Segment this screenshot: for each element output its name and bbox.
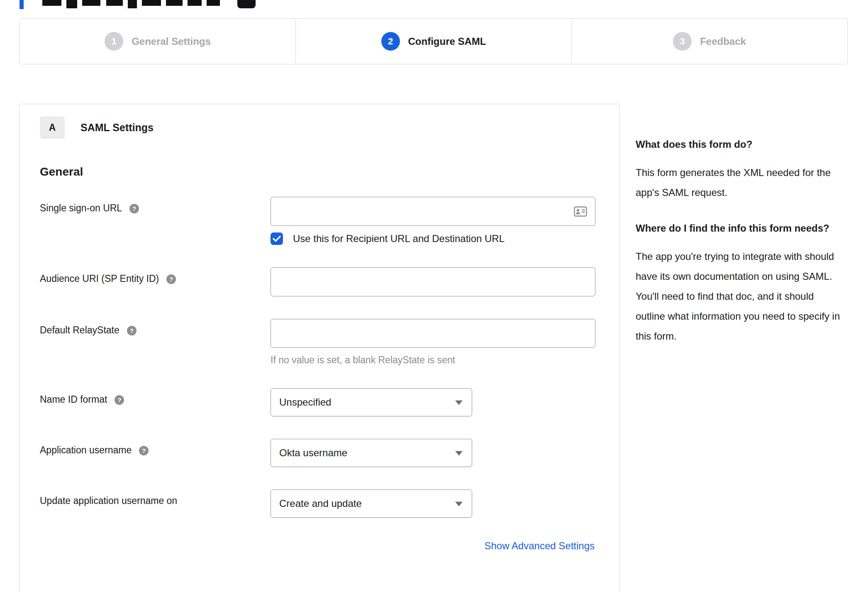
wizard-stepper: 1 General Settings 2 Configure SAML 3 Fe…: [20, 18, 848, 64]
saml-form: Single sign-on URL ?: [40, 197, 600, 552]
name-id-format-label-wrap: Name ID format ?: [40, 388, 271, 405]
update-app-username-row: Update application username on Create an…: [40, 489, 600, 518]
recipient-url-checkbox-row: Use this for Recipient URL and Destinati…: [271, 232, 595, 245]
recipient-url-checkbox-label: Use this for Recipient URL and Destinati…: [293, 233, 505, 245]
step-label: Configure SAML: [408, 36, 486, 47]
audience-uri-input[interactable]: [271, 267, 595, 296]
help-icon[interactable]: ?: [127, 326, 137, 335]
help-icon[interactable]: ?: [115, 395, 124, 405]
step-general-settings[interactable]: 1 General Settings: [20, 19, 295, 64]
name-id-format-select[interactable]: Unspecified: [271, 388, 472, 416]
help-icon[interactable]: ?: [166, 274, 176, 284]
section-title: SAML Settings: [80, 122, 154, 134]
cutoff-page-title: [0, 0, 868, 10]
update-app-username-value: Create and update: [279, 498, 362, 509]
advanced-settings-row: Show Advanced Settings: [40, 540, 600, 552]
sso-url-label: Single sign-on URL: [40, 203, 122, 214]
cutoff-blue-mark: [20, 0, 24, 9]
caret-down-icon: [455, 451, 463, 456]
update-app-username-select[interactable]: Create and update: [271, 489, 472, 518]
show-advanced-settings-link[interactable]: Show Advanced Settings: [484, 540, 595, 552]
help-sidebar: What does this form do? This form genera…: [636, 136, 841, 364]
sidebar-body-where: The app you're trying to integrate with …: [636, 247, 841, 346]
caret-down-icon: [455, 401, 463, 405]
configure-saml-page: 1 General Settings 2 Configure SAML 3 Fe…: [0, 0, 868, 592]
default-relaystate-input[interactable]: [271, 319, 595, 348]
cutoff-icon: [237, 0, 256, 8]
sidebar-heading-where: Where do I find the info this form needs…: [636, 220, 841, 237]
sso-url-row: Single sign-on URL ?: [40, 197, 600, 245]
update-app-username-label: Update application username on: [40, 495, 177, 506]
application-username-label: Application username: [40, 445, 132, 456]
audience-uri-row: Audience URI (SP Entity ID) ?: [40, 267, 600, 296]
application-username-select[interactable]: Okta username: [271, 439, 472, 467]
step-number-badge: 3: [673, 32, 692, 51]
step-number-badge: 1: [105, 32, 123, 51]
sso-url-label-wrap: Single sign-on URL ?: [40, 197, 271, 214]
relaystate-hint: If no value is set, a blank RelayState i…: [271, 355, 595, 366]
section-a-badge: A: [40, 116, 65, 139]
caret-down-icon: [455, 502, 463, 506]
name-id-format-value: Unspecified: [279, 396, 331, 408]
audience-uri-label-wrap: Audience URI (SP Entity ID) ?: [40, 267, 271, 284]
help-icon[interactable]: ?: [139, 446, 149, 455]
saml-settings-panel: A SAML Settings General Single sign-on U…: [20, 104, 620, 592]
name-id-format-row: Name ID format ? Unspecified: [40, 388, 600, 416]
step-feedback[interactable]: 3 Feedback: [571, 19, 847, 64]
help-icon[interactable]: ?: [129, 204, 139, 213]
name-id-format-label: Name ID format: [40, 394, 107, 405]
default-relaystate-label: Default RelayState: [40, 325, 119, 336]
step-label: General Settings: [132, 36, 211, 47]
default-relaystate-row: Default RelayState ? If no value is set,…: [40, 319, 600, 366]
sidebar-body-what: This form generates the XML needed for t…: [636, 163, 841, 203]
application-username-row: Application username ? Okta username: [40, 439, 600, 467]
update-app-username-label-wrap: Update application username on: [40, 489, 271, 506]
step-number-badge: 2: [381, 32, 400, 51]
recipient-url-checkbox[interactable]: [271, 232, 283, 245]
general-group-title: General: [40, 165, 600, 179]
contact-card-icon[interactable]: [574, 206, 587, 217]
step-configure-saml[interactable]: 2 Configure SAML: [295, 19, 571, 64]
audience-uri-label: Audience URI (SP Entity ID): [40, 273, 159, 284]
section-header: A SAML Settings: [40, 116, 600, 139]
sso-url-input[interactable]: [271, 197, 595, 226]
application-username-label-wrap: Application username ?: [40, 439, 271, 456]
sidebar-heading-what: What does this form do?: [636, 136, 841, 153]
default-relaystate-label-wrap: Default RelayState ?: [40, 319, 271, 336]
application-username-value: Okta username: [279, 447, 347, 459]
step-label: Feedback: [700, 36, 746, 47]
